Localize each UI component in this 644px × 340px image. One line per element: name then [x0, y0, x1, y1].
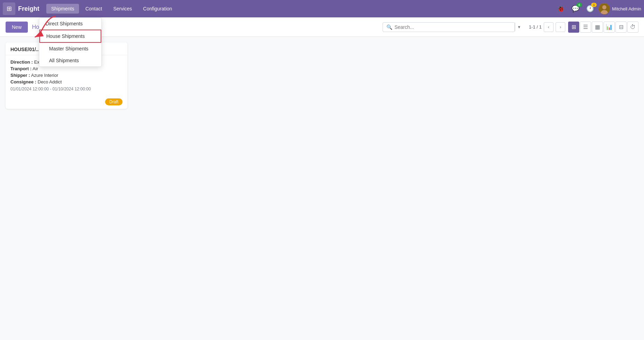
nav-item-configuration[interactable]: Configuration: [138, 4, 177, 14]
svg-point-1: [602, 5, 606, 9]
nav-item-services[interactable]: Services: [108, 4, 137, 14]
direction-label: Direction :: [10, 59, 33, 65]
shipments-dropdown: Direct Shipments House Shipments Master …: [39, 17, 102, 67]
shipper-value: Azure Interior: [31, 73, 58, 78]
transport-label: Tranport :: [10, 66, 32, 71]
list-view-button[interactable]: ☰: [580, 22, 591, 33]
card-id: HOUSE/01/...: [10, 47, 40, 52]
activity-view-button[interactable]: ⏱: [627, 22, 638, 33]
consignee-value: Deco Addict: [38, 79, 62, 84]
search-area: 🔍 ▾: [383, 22, 523, 32]
clock-icon-btn[interactable]: 🕐 1: [584, 3, 596, 14]
chat-icon-btn[interactable]: 💬 6: [570, 3, 581, 14]
transport-value: Air: [33, 66, 38, 71]
consignee-label: Consignee :: [10, 79, 36, 84]
search-icon: 🔍: [386, 24, 392, 30]
search-input[interactable]: [394, 24, 511, 30]
card-footer: Draft: [6, 96, 127, 109]
bug-icon-btn[interactable]: 🐞: [555, 3, 567, 14]
username-label: Mitchell Admin: [612, 6, 641, 11]
brand-logo[interactable]: Freight: [18, 5, 39, 13]
main-content: HOUSE/01/... Direction : Export Tranport…: [0, 37, 644, 340]
dropdown-all-shipments[interactable]: All Shipments: [39, 55, 101, 66]
dropdown-direct-shipments[interactable]: Direct Shipments: [39, 18, 101, 30]
card-date-range: 01/01/2024 12:00:00 - 01/10/2024 12:00:0…: [10, 87, 123, 91]
card-consignee: Consignee : Deco Addict: [10, 79, 123, 84]
bar-view-button[interactable]: 📊: [604, 22, 615, 33]
pagination-area: 1-1 / 1 ‹ ›: [529, 22, 565, 32]
dropdown-house-shipments[interactable]: House Shipments: [39, 30, 101, 43]
dropdown-master-shipments[interactable]: Master Shipments: [39, 43, 101, 55]
calendar-view-button[interactable]: ▦: [592, 22, 603, 33]
apps-icon: ⊞: [7, 5, 12, 13]
card-transport: Tranport : Air: [10, 66, 123, 71]
new-button[interactable]: New: [6, 22, 28, 33]
pagination-text: 1-1 / 1: [529, 24, 542, 30]
top-nav: ⊞ Freight Shipments Contact Services Con…: [0, 0, 644, 17]
table-view-button[interactable]: ⊟: [615, 22, 627, 33]
apps-menu-button[interactable]: ⊞: [3, 2, 15, 15]
prev-page-button[interactable]: ‹: [544, 22, 553, 32]
card-shipper: Shipper : Azure Interior: [10, 73, 123, 78]
avatar: [599, 3, 610, 14]
search-dropdown-button[interactable]: ▾: [515, 23, 523, 31]
chat-badge: 6: [576, 3, 582, 7]
view-buttons: ⊞ ☰ ▦ 📊 ⊟ ⏱: [568, 22, 638, 33]
next-page-button[interactable]: ›: [556, 22, 565, 32]
bug-icon: 🐞: [557, 5, 565, 12]
clock-badge: 1: [591, 3, 597, 7]
user-menu[interactable]: Mitchell Admin: [599, 3, 641, 14]
nav-right: 🐞 💬 6 🕐 1 Mitchell Admin: [555, 3, 641, 14]
nav-item-shipments[interactable]: Shipments: [46, 4, 79, 14]
nav-menu: Shipments Contact Services Configuration: [46, 4, 555, 14]
kanban-view-button[interactable]: ⊞: [568, 22, 579, 33]
nav-item-contact[interactable]: Contact: [80, 4, 107, 14]
status-badge: Draft: [105, 98, 123, 105]
search-box: 🔍: [383, 22, 515, 32]
shipper-label: Shipper :: [10, 73, 30, 78]
